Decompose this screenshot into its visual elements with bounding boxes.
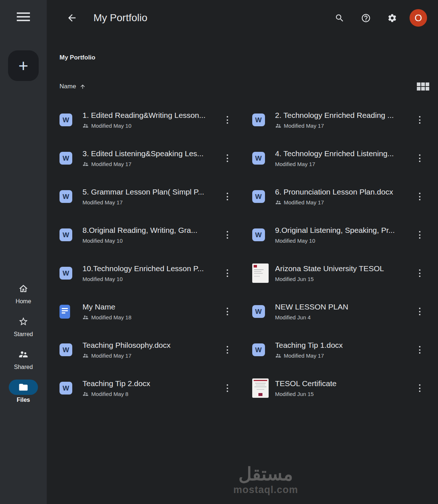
sidebar-item-home[interactable]: Home [0,281,47,314]
watermark-domain: mostaql.com [233,484,298,496]
more-options-button[interactable] [220,229,235,241]
file-modified: Modified May 10 [82,276,123,282]
page-title: My Portfolio [93,12,147,24]
file-item[interactable]: W Teaching Tip 1.docx Modified May 17 [252,331,430,369]
file-item[interactable]: W 9.Original Listening, Speaking, Pr... … [252,216,430,254]
sidebar-item-label: Home [16,298,31,305]
file-item[interactable]: Arizona State University TESOL Modified … [252,254,430,292]
more-options-button[interactable] [412,267,427,279]
file-item[interactable]: W 10.Technology Enriched Lesson P... Mod… [59,254,237,292]
word-file-icon: W [59,114,72,126]
more-options-button[interactable] [412,191,427,203]
word-file-icon: W [252,228,265,241]
file-item[interactable]: TESOL Certificate Modified Jun 15 [252,369,430,407]
file-modified: Modified May 10 [275,238,315,244]
sort-by-name[interactable]: Name [59,83,86,90]
people-icon [9,347,38,362]
sidebar-item-label: Shared [14,364,33,370]
file-modified: Modified May 10 [82,238,123,244]
more-options-button[interactable] [412,305,427,318]
word-file-icon: W [59,228,72,241]
file-item[interactable]: W 1. Edited Reading&Writing Lesson... Mo… [59,101,237,139]
file-modified: Modified May 18 [91,314,131,320]
sidebar-item-starred[interactable]: Starred [0,314,47,347]
more-options-button[interactable] [220,344,235,356]
file-modified: Modified May 17 [284,199,324,205]
menu-icon[interactable] [17,12,30,23]
app-bar-actions: O [326,9,427,27]
certificate-thumbnail [252,378,269,398]
file-item[interactable]: My Name Modified May 18 [59,292,237,331]
grid-view-toggle[interactable] [417,82,429,91]
shared-icon [82,123,89,129]
file-item[interactable]: W 6. Pronunciation Lesson Plan.docx Modi… [252,177,430,216]
file-title: Teaching Tip 1.docx [275,341,413,350]
more-options-button[interactable] [220,114,235,126]
more-options-button[interactable] [220,191,235,203]
more-options-button[interactable] [412,344,427,356]
sidebar-item-label: Files [17,397,30,403]
more-options-button[interactable] [412,382,427,394]
file-item[interactable]: W 5. Grammar Lesson Plan( Simpl P... Mod… [59,177,237,216]
shared-icon [275,123,281,129]
shared-icon [275,353,281,359]
more-options-button[interactable] [412,114,427,126]
more-options-button[interactable] [220,267,235,279]
word-file-icon: W [59,267,72,280]
arrow-up-icon [80,84,86,90]
watermark-arabic-logo: مستقل [233,464,298,484]
file-title: 1. Edited Reading&Writing Lesson... [82,111,220,120]
sidebar-item-files[interactable]: Files [0,380,47,412]
star-icon [9,314,38,329]
sidebar-item-label: Starred [14,331,33,338]
shared-icon [275,199,281,205]
file-title: 10.Technology Enriched Lesson P... [82,264,220,273]
drive-app: + Home Starred Shared [0,0,438,504]
file-modified: Modified May 17 [284,353,324,359]
sidebar: + Home Starred Shared [0,0,47,504]
document-thumbnail [252,263,269,283]
main-content: My Portfolio O My Portfolio Name [47,0,438,504]
more-options-button[interactable] [412,152,427,164]
file-title: Arizona State University TESOL [275,264,413,273]
file-item[interactable]: W 3. Edited Listening&Speaking Les... Mo… [59,139,237,177]
help-icon [361,13,371,23]
word-file-icon: W [252,305,265,318]
file-item[interactable]: W NEW LESSON PLAN Modified Jun 4 [252,292,430,331]
file-title: 2. Technology Enriched Reading ... [275,111,413,120]
settings-button[interactable] [379,13,405,23]
word-file-icon: W [59,190,72,203]
more-options-button[interactable] [220,305,235,318]
file-item[interactable]: W Teaching Tip 2.docx Modified May 8 [59,369,237,407]
file-modified: Modified May 10 [91,123,131,129]
shared-icon [82,314,89,320]
file-item[interactable]: W 2. Technology Enriched Reading ... Mod… [252,101,430,139]
account-avatar[interactable]: O [410,9,427,27]
file-item[interactable]: W 8.Original Reading, Writing, Gra... Mo… [59,216,237,254]
help-button[interactable] [353,13,379,23]
file-item[interactable]: W Teaching Philosophy.docx Modified May … [59,331,237,369]
shared-icon [82,161,89,167]
word-file-icon: W [252,343,265,356]
file-item[interactable]: W 4. Technology Enriched Listening... Mo… [252,139,430,177]
word-file-icon: W [252,190,265,203]
sort-row: Name [59,82,429,91]
more-options-button[interactable] [220,152,235,164]
file-title: 6. Pronunciation Lesson Plan.docx [275,188,413,196]
search-icon [335,13,345,23]
file-modified: Modified May 17 [275,161,315,167]
breadcrumb: My Portfolio [59,54,438,61]
file-title: 4. Technology Enriched Listening... [275,149,413,158]
search-button[interactable] [326,13,353,23]
back-button[interactable] [66,12,77,23]
file-title: TESOL Certificate [275,379,413,388]
file-title: 8.Original Reading, Writing, Gra... [82,226,220,235]
word-file-icon: W [59,152,72,165]
more-options-button[interactable] [220,382,235,394]
more-options-button[interactable] [412,229,427,241]
sidebar-item-shared[interactable]: Shared [0,347,47,380]
new-item-button[interactable]: + [8,50,39,81]
file-modified: Modified May 17 [91,353,131,359]
home-icon [9,281,38,296]
file-title: NEW LESSON PLAN [275,303,413,311]
